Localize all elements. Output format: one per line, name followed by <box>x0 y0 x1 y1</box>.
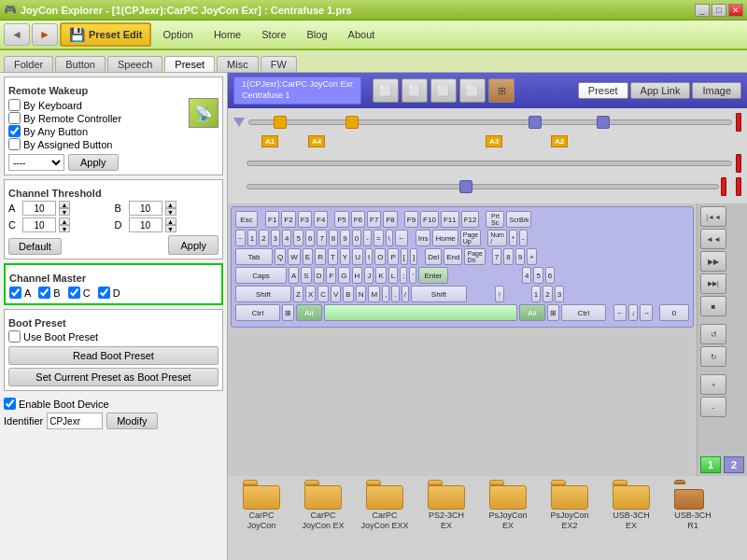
key-pgdn[interactable]: PageDn <box>464 248 485 265</box>
right-tab-applink[interactable]: App Link <box>630 82 691 99</box>
side-btn-stop[interactable]: ■ <box>700 296 726 316</box>
preset-edit-button[interactable]: 💾 Preset Edit <box>60 22 151 47</box>
key-f4[interactable]: F4 <box>314 211 328 228</box>
key-num7[interactable]: 7 <box>492 248 501 265</box>
slider1-thumb-a3[interactable] <box>529 116 542 129</box>
icon-btn-1[interactable]: ⬜ <box>373 78 399 103</box>
key-f2[interactable]: F2 <box>281 211 295 228</box>
by-assigned-button-checkbox[interactable] <box>8 138 21 150</box>
wakeup-select[interactable]: ---- <box>8 154 64 171</box>
key-x[interactable]: X <box>305 286 316 302</box>
side-btn-ff[interactable]: ↻ <box>700 346 726 367</box>
key-9[interactable]: 9 <box>340 230 349 246</box>
tab-misc[interactable]: Misc <box>217 56 259 72</box>
close-button[interactable]: ✕ <box>728 4 743 17</box>
side-btn-vol-down[interactable]: - <box>700 397 726 417</box>
channel-b-down[interactable]: ▼ <box>165 208 176 216</box>
key-ins[interactable]: Ins <box>416 230 431 246</box>
key-num2[interactable]: 2 <box>543 286 552 302</box>
key-2[interactable]: 2 <box>259 230 268 246</box>
slider3-thumb-mid[interactable] <box>459 180 472 193</box>
key-h[interactable]: H <box>352 267 363 284</box>
key-arrow-down[interactable]: ↓ <box>628 304 638 321</box>
key-t[interactable]: T <box>328 248 338 265</box>
key-f1[interactable]: F1 <box>265 211 279 228</box>
key-arrow-right[interactable]: → <box>640 304 653 321</box>
slider3-end-right[interactable] <box>736 177 741 196</box>
key-3[interactable]: 3 <box>271 230 280 246</box>
folder-usb-3ch-ex[interactable]: USB-3CHEX <box>603 480 659 556</box>
master-c-checkbox[interactable] <box>68 287 80 299</box>
set-current-preset-button[interactable]: Set Current Preset as Boot Preset <box>8 368 218 386</box>
key-i[interactable]: I <box>365 248 373 265</box>
key-num8[interactable]: 8 <box>503 248 513 265</box>
menu-about[interactable]: About <box>339 25 385 44</box>
key-space[interactable] <box>324 304 517 321</box>
right-tab-image[interactable]: Image <box>692 82 741 99</box>
key-j[interactable]: J <box>364 267 374 284</box>
side-btn-rew[interactable]: ↺ <box>700 324 726 344</box>
key-semicolon[interactable]: ; <box>400 267 407 284</box>
key-c[interactable]: C <box>317 286 329 302</box>
key-comma[interactable]: , <box>382 286 389 302</box>
wakeup-apply-button[interactable]: Apply <box>68 154 119 171</box>
key-num3[interactable]: 3 <box>555 286 564 302</box>
key-f8[interactable]: F8 <box>383 211 397 228</box>
key-num5[interactable]: 5 <box>533 267 543 284</box>
key-pgup[interactable]: PageUp <box>460 230 481 246</box>
key-lalt[interactable]: Alt <box>296 304 322 321</box>
key-rbracket[interactable]: ] <box>410 248 417 265</box>
key-n[interactable]: N <box>356 286 367 302</box>
key-esc[interactable]: Esc <box>235 211 258 228</box>
key-backslash[interactable]: \ <box>386 230 393 246</box>
folder-psjoycon-ex2[interactable]: PsJoyConEX2 <box>542 480 598 556</box>
key-d[interactable]: D <box>314 267 325 284</box>
key-numslash[interactable]: * <box>509 230 517 246</box>
num-plate-2[interactable]: 2 <box>724 456 744 473</box>
key-e[interactable]: E <box>303 248 313 265</box>
enable-boot-device-checkbox[interactable] <box>4 398 16 410</box>
key-l[interactable]: L <box>388 267 398 284</box>
key-f5[interactable]: F5 <box>334 211 348 228</box>
key-lwin[interactable]: ⊞ <box>282 304 294 321</box>
side-btn-back[interactable]: ◄◄ <box>700 229 726 249</box>
key-period[interactable]: . <box>391 286 399 302</box>
tab-folder[interactable]: Folder <box>4 56 53 72</box>
right-tab-preset[interactable]: Preset <box>578 82 628 99</box>
channel-a-up[interactable]: ▲ <box>59 201 70 208</box>
minimize-button[interactable]: _ <box>695 4 710 17</box>
slider1-thumb-a4[interactable] <box>345 116 359 129</box>
key-caps[interactable]: Caps <box>235 267 287 284</box>
key-arrow-up[interactable]: ↑ <box>495 286 504 302</box>
key-w[interactable]: W <box>288 248 301 265</box>
key-1[interactable]: 1 <box>247 230 257 246</box>
key-f3[interactable]: F3 <box>298 211 312 228</box>
side-btn-play[interactable]: ▶▶ <box>700 251 726 272</box>
tab-speech[interactable]: Speech <box>107 56 162 72</box>
forward-button[interactable]: ► <box>32 23 58 46</box>
channel-d-input[interactable] <box>129 217 162 232</box>
key-f12[interactable]: F12 <box>461 211 480 228</box>
key-num6[interactable]: 6 <box>545 267 555 284</box>
slider1-thumb-a1[interactable] <box>274 116 287 129</box>
channel-a-input[interactable] <box>22 201 56 216</box>
key-z[interactable]: Z <box>293 286 303 302</box>
slider3-track[interactable] <box>247 184 719 189</box>
key-0[interactable]: 0 <box>352 230 361 246</box>
read-boot-preset-button[interactable]: Read Boot Preset <box>8 346 218 365</box>
icon-btn-3[interactable]: ⬜ <box>430 78 457 103</box>
key-del[interactable]: Del <box>425 248 442 265</box>
channel-d-down[interactable]: ▼ <box>165 225 176 232</box>
key-lctrl[interactable]: Ctrl <box>235 304 280 321</box>
use-boot-preset-checkbox[interactable] <box>8 330 21 343</box>
key-a[interactable]: A <box>289 267 299 284</box>
key-r[interactable]: R <box>315 248 326 265</box>
folder-carpc-joycon-ex[interactable]: CarPCJoyCon EX <box>295 480 351 556</box>
icon-btn-2[interactable]: ⬜ <box>402 78 428 103</box>
key-v[interactable]: V <box>331 286 341 302</box>
key-numminus[interactable]: - <box>519 230 528 246</box>
key-slash[interactable]: / <box>402 286 409 302</box>
modify-button[interactable]: Modify <box>106 413 157 429</box>
key-minus[interactable]: - <box>363 230 372 246</box>
slider1-end[interactable] <box>736 113 741 132</box>
